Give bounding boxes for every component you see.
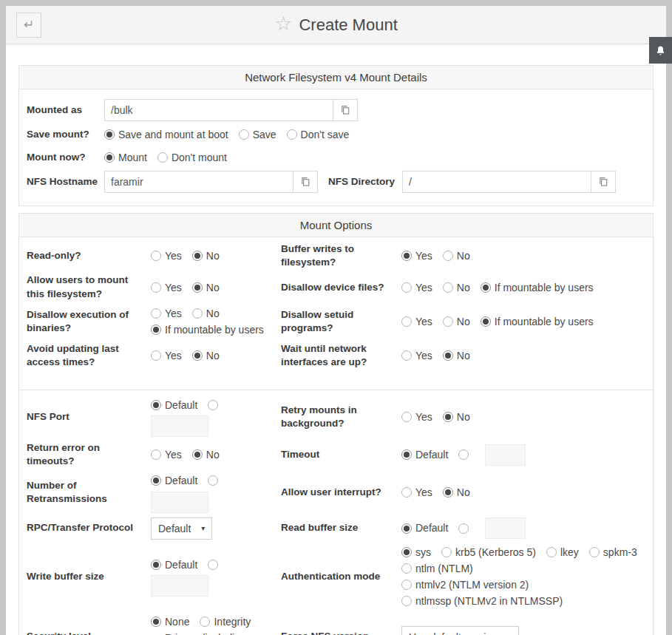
radio-icon (208, 475, 218, 486)
radio-icon (401, 449, 412, 460)
allow-interrupt-option-0[interactable]: Yes (401, 486, 432, 499)
radio-icon (401, 580, 412, 590)
radio-label: No (206, 249, 220, 262)
security-level-option-1[interactable]: Integrity (200, 615, 251, 628)
radio-label: lkey (560, 546, 579, 559)
auth-mode-option-0[interactable]: sys (401, 546, 431, 559)
retransmissions-input[interactable] (151, 492, 208, 513)
radio-label: Yes (165, 349, 182, 362)
save-mount-option-1[interactable]: Save (239, 128, 276, 141)
allow-interrupt-label: Allow user interrupt? (281, 486, 396, 499)
bell-icon (655, 44, 666, 57)
section-mount-details-body: Mounted as Save mount? Save and mount at… (19, 89, 653, 206)
allow-interrupt-option-1[interactable]: No (443, 486, 470, 499)
radio-label: Yes (415, 315, 432, 328)
allow-users-option-0[interactable]: Yes (151, 281, 182, 294)
nfs-port-option-0[interactable]: Default (151, 398, 197, 412)
buffer-writes-option-1[interactable]: No (443, 249, 470, 262)
disallow-exec-option-0[interactable]: Yes (151, 307, 182, 320)
disallow-exec-option-1[interactable]: No (192, 307, 220, 320)
timeout-option-1[interactable] (458, 449, 469, 460)
radio-icon (401, 412, 412, 422)
return-error-option-1[interactable]: No (192, 448, 220, 461)
return-error-option-0[interactable]: Yes (151, 448, 182, 461)
disallow-setuid-option-0[interactable]: Yes (401, 315, 432, 328)
read-buffer-label: Read buffer size (281, 521, 396, 534)
radio-icon (104, 129, 115, 140)
read-buffer-input[interactable] (485, 517, 526, 539)
rpc-protocol-select[interactable]: Default ▾ (151, 517, 212, 540)
auth-mode-option-4[interactable]: ntlm (NTLM) (401, 562, 473, 575)
force-version-select[interactable]: Use default version ▾ (401, 626, 519, 635)
mount-now-option-1[interactable]: Don't mount (157, 151, 227, 164)
write-buffer-option-1[interactable] (208, 560, 218, 570)
radio-icon (151, 617, 161, 627)
form-row: Return error on timeouts? YesNo Timeout … (27, 439, 653, 470)
back-button[interactable]: ↵ (16, 13, 41, 38)
allow-users-label: Allow users to mount this filesystem? (27, 274, 145, 300)
nfs-directory-chooser-button[interactable] (591, 171, 616, 193)
disallow-setuid-option-2[interactable]: If mountable by users (481, 315, 594, 328)
retransmissions-option-1[interactable] (208, 475, 218, 486)
disallow-device-option-0[interactable]: Yes (401, 281, 432, 294)
mount-now-option-0[interactable]: Mount (104, 151, 147, 164)
disallow-device-option-1[interactable]: No (443, 281, 470, 294)
mounted-as-input-group (104, 99, 358, 121)
disallow-device-option-2[interactable]: If mountable by users (481, 281, 594, 294)
avoid-atime-option-1[interactable]: No (192, 349, 220, 362)
overlapping-pages-icon (340, 105, 350, 115)
form-row: Write buffer size Default Authentication… (27, 542, 653, 612)
radio-icon (458, 523, 469, 534)
radio-icon (401, 316, 412, 327)
radio-label: No (457, 315, 470, 328)
retry-bg-option-1[interactable]: No (443, 410, 470, 424)
radio-label: No (457, 486, 470, 499)
auth-mode-option-6[interactable]: ntlmssp (NTLMv2 in NTLMSSP) (401, 594, 563, 608)
wait-network-option-0[interactable]: Yes (401, 349, 432, 362)
nfs-port-input[interactable] (151, 415, 208, 437)
read-buffer-option-1[interactable] (458, 523, 469, 534)
nfs-hostname-input[interactable] (104, 171, 293, 193)
auth-mode-option-5[interactable]: ntmlv2 (NTLM version 2) (401, 578, 529, 591)
read-buffer-option-0[interactable]: Default (401, 521, 448, 534)
radio-icon (200, 617, 210, 627)
caret-down-icon: ▾ (201, 524, 205, 532)
mounted-as-chooser-button[interactable] (333, 99, 358, 121)
wait-network-option-1[interactable]: No (443, 349, 470, 362)
disallow-setuid-option-1[interactable]: No (443, 315, 470, 328)
timeout-input[interactable] (485, 444, 526, 466)
timeout-option-0[interactable]: Default (401, 448, 448, 461)
radio-label: If mountable by users (495, 315, 594, 328)
auth-mode-option-1[interactable]: krb5 (Kerberos 5) (441, 546, 536, 559)
read-only-option-1[interactable]: No (192, 249, 220, 262)
radio-icon (401, 282, 412, 293)
radio-label: Privacy (including Integrity) (165, 631, 265, 635)
mounted-as-input[interactable] (104, 99, 333, 121)
disallow-exec-option-2[interactable]: If mountable by users (151, 323, 264, 336)
auth-mode-option-2[interactable]: lkey (546, 546, 579, 559)
radio-label: Don't mount (172, 151, 227, 164)
auth-mode-option-3[interactable]: spkm-3 (589, 546, 637, 559)
write-buffer-option-0[interactable]: Default (151, 558, 197, 571)
radio-label: Mount (118, 151, 147, 164)
read-only-option-0[interactable]: Yes (151, 249, 182, 262)
nfs-hostname-chooser-button[interactable] (293, 171, 318, 193)
avoid-atime-option-0[interactable]: Yes (151, 349, 182, 362)
nfs-port-option-1[interactable] (208, 400, 218, 410)
security-level-option-0[interactable]: None (151, 615, 189, 628)
nfs-directory-input[interactable] (402, 171, 591, 193)
retry-bg-option-0[interactable]: Yes (401, 410, 432, 424)
wait-network-radio-group: YesNo (401, 347, 653, 364)
write-buffer-input[interactable] (151, 575, 208, 597)
save-mount-option-2[interactable]: Don't save (287, 128, 350, 141)
notifications-tab[interactable] (649, 37, 672, 64)
radio-label: Yes (415, 281, 432, 294)
radio-label: No (457, 349, 470, 362)
allow-users-option-1[interactable]: No (192, 281, 220, 294)
security-level-option-2[interactable]: Privacy (including Integrity) (151, 631, 265, 635)
nfs-host-row: NFS Hostname NFS Directory (27, 171, 653, 193)
retransmissions-option-0[interactable]: Default (151, 474, 197, 487)
buffer-writes-option-0[interactable]: Yes (401, 249, 432, 262)
save-mount-option-0[interactable]: Save and mount at boot (104, 128, 228, 141)
section-mount-options-body: Read-only? YesNo Buffer writes to filesy… (19, 237, 653, 635)
